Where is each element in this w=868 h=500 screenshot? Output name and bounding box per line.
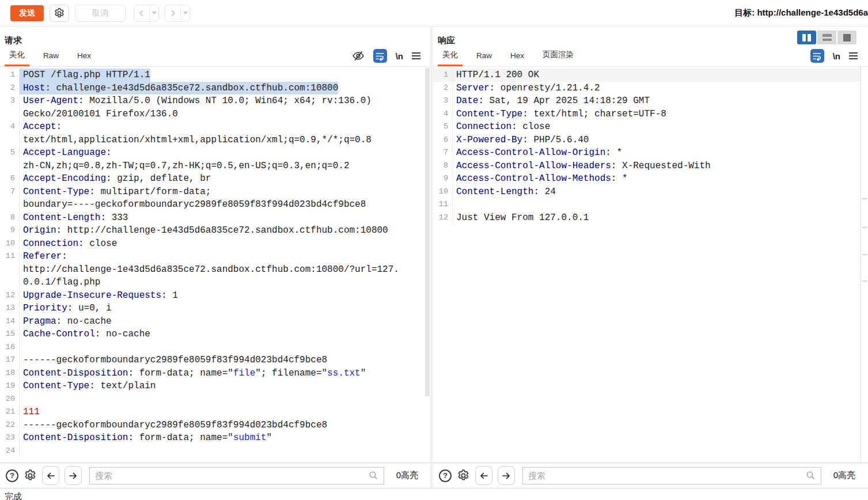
editor-line[interactable]: 16 [0,341,431,354]
code-text[interactable]: Accept-Language: [20,146,112,160]
editor-line[interactable]: 7Access-Control-Allow-Origin: * [433,146,868,160]
editor-line[interactable]: 15Cache-Control: no-cache [0,328,431,341]
code-text[interactable]: Connection: close [453,120,550,134]
code-text[interactable]: Connection: close [20,237,117,251]
newline-icon[interactable]: \n [833,51,840,61]
editor-line[interactable]: 17------geckoformboundaryc2989fe8059f83f… [0,354,431,367]
code-text[interactable]: Accept-Encoding: gzip, deflate, br [20,172,211,185]
forward-button[interactable] [165,5,180,21]
editor-line[interactable]: 7Content-Type: multipart/form-data; [0,185,431,199]
code-text[interactable]: 111 [20,406,40,419]
menu-icon[interactable] [849,52,858,59]
code-text[interactable]: Content-Disposition: form-data; name="su… [20,431,272,445]
editor-line[interactable]: boundary=----geckoformboundaryc2989fe805… [0,198,431,211]
editor-line[interactable]: 24 [0,445,431,458]
code-text[interactable]: http://challenge-1e43d5d6a835ce72.sandbo… [20,263,399,276]
code-text[interactable]: Gecko/20100101 Firefox/136.0 [20,108,178,121]
code-text[interactable]: Server: openresty/1.21.4.2 [453,82,600,95]
code-text[interactable]: POST /flag.php HTTP/1.1 [20,69,150,82]
code-text[interactable] [20,445,23,458]
tab-request-hex[interactable]: Hex [73,48,96,66]
editor-line[interactable]: 5Connection: close [433,120,868,134]
word-wrap-icon[interactable] [373,49,387,63]
cancel-button[interactable]: 取消 [75,5,126,22]
tab-request-raw[interactable]: Raw [39,48,63,66]
code-text[interactable]: Content-Type: text/html; charset=UTF-8 [453,108,666,121]
editor-line[interactable]: 6X-Powered-By: PHP/5.6.40 [433,134,868,147]
editor-line[interactable]: 4Accept: [0,120,431,134]
request-editor[interactable]: 1POST /flag.php HTTP/1.12Host: challenge… [0,67,431,463]
layout-rows-button[interactable] [817,31,836,44]
code-text[interactable]: boundary=----geckoformboundaryc2989fe805… [20,198,366,211]
editor-line[interactable]: 10Connection: close [0,237,431,251]
search-input[interactable] [523,471,806,480]
newline-icon[interactable]: \n [396,51,403,61]
editor-line[interactable]: 14Pragma: no-cache [0,315,431,328]
editor-line[interactable]: 1POST /flag.php HTTP/1.1 [0,69,431,82]
editor-line[interactable]: text/html,application/xhtml+xml,applicat… [0,134,431,147]
editor-line[interactable]: 9Origin: http://challenge-1e43d5d6a835ce… [0,224,431,237]
find-next-button[interactable] [498,466,515,485]
editor-line[interactable]: http://challenge-1e43d5d6a835ce72.sandbo… [0,263,431,276]
code-text[interactable]: Access-Control-Allow-Headers: X-Requeste… [453,160,711,173]
editor-line[interactable]: 21111 [0,406,431,419]
editor-line[interactable]: 23Content-Disposition: form-data; name="… [0,431,431,445]
scrollbar-thumb[interactable] [425,68,430,396]
help-icon[interactable]: ? [439,469,452,482]
editor-line[interactable]: 5Accept-Language: [0,146,431,160]
code-text[interactable]: Content-Length: 24 [453,185,556,199]
editor-line[interactable]: 2Server: openresty/1.21.4.2 [433,82,868,95]
editor-line[interactable]: 0.0.1/flag.php [0,276,431,289]
code-text[interactable]: User-Agent: Mozilla/5.0 (Windows NT 10.0… [20,94,372,108]
tab-request-pretty[interactable]: 美化 [5,46,29,66]
code-text[interactable]: HTTP/1.1 200 OK [453,69,539,82]
editor-line[interactable]: 12Just View From 127.0.0.1 [433,211,868,225]
menu-icon[interactable] [412,52,420,59]
editor-line[interactable]: 22------geckoformboundaryc2989fe8059f83f… [0,419,431,432]
code-text[interactable]: Content-Type: text/plain [20,380,156,393]
code-text[interactable]: text/html,application/xhtml+xml,applicat… [20,134,372,147]
editor-line[interactable]: 18Content-Disposition: form-data; name="… [0,367,431,380]
back-dropdown-button[interactable] [149,5,158,21]
layout-columns-button[interactable] [797,31,816,44]
editor-line[interactable]: 13Priority: u=0, i [0,302,431,315]
code-text[interactable]: 0.0.1/flag.php [20,276,100,289]
tab-response-render[interactable]: 页面渲染 [538,46,578,66]
tab-response-pretty[interactable]: 美化 [438,46,463,66]
code-text[interactable]: Priority: u=0, i [20,302,112,315]
code-text[interactable]: ------geckoformboundaryc2989fe8059f83f99… [20,354,327,367]
code-text[interactable]: Content-Type: multipart/form-data; [20,185,211,199]
editor-line[interactable]: 8Access-Control-Allow-Headers: X-Request… [433,160,868,173]
code-text[interactable]: Access-Control-Allow-Methods: * [453,172,628,185]
send-settings-button[interactable] [50,5,69,22]
code-text[interactable] [20,393,23,406]
code-text[interactable]: Origin: http://challenge-1e43d5d6a835ce7… [20,224,388,237]
tab-response-raw[interactable]: Raw [472,48,496,66]
find-prev-button[interactable] [475,466,492,485]
code-text[interactable] [20,341,23,354]
visibility-off-icon[interactable] [352,50,365,62]
editor-line[interactable]: Gecko/20100101 Firefox/136.0 [0,108,431,121]
code-text[interactable]: Date: Sat, 19 Apr 2025 14:18:29 GMT [453,94,650,108]
code-text[interactable]: Accept: [20,120,62,134]
editor-line[interactable]: 8Content-Length: 333 [0,211,431,225]
editor-line[interactable]: 3User-Agent: Mozilla/5.0 (Windows NT 10.… [0,94,431,108]
editor-line[interactable]: zh-CN,zh;q=0.8,zh-TW;q=0.7,zh-HK;q=0.5,e… [0,160,431,173]
response-editor[interactable]: 1HTTP/1.1 200 OK2Server: openresty/1.21.… [433,67,868,463]
editor-line[interactable]: 3Date: Sat, 19 Apr 2025 14:18:29 GMT [433,94,868,108]
send-button[interactable]: 发送 [10,5,44,21]
back-button[interactable] [134,5,149,21]
word-wrap-icon[interactable] [810,49,824,63]
code-text[interactable]: Pragma: no-cache [20,315,112,328]
code-text[interactable]: Cache-Control: no-cache [20,328,150,341]
code-text[interactable]: Referer: [20,250,67,263]
search-input[interactable] [90,471,369,480]
editor-line[interactable]: 6Accept-Encoding: gzip, deflate, br [0,172,431,185]
code-text[interactable]: Content-Disposition: form-data; name="fi… [20,367,366,380]
editor-line[interactable]: 10Content-Length: 24 [433,185,868,199]
request-scrollbar[interactable] [425,67,430,463]
find-settings-icon[interactable] [24,469,37,482]
code-text[interactable]: Content-Length: 333 [20,211,128,225]
help-icon[interactable]: ? [6,469,18,482]
editor-line[interactable]: 1HTTP/1.1 200 OK [433,69,868,82]
